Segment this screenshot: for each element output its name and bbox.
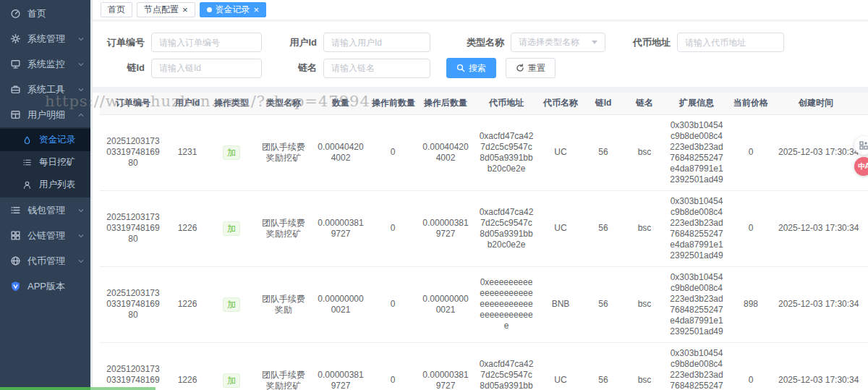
cell-quantity: 0.000003819727 — [312, 190, 369, 266]
chevron-down-icon — [77, 232, 85, 239]
table-header-cell: 代币名称 — [538, 93, 583, 114]
search-icon — [456, 64, 465, 72]
sidebar-item-chain-mgmt[interactable]: 公链管理 — [0, 223, 90, 248]
sidebar-item-user-detail[interactable]: 用户明细 — [0, 102, 90, 127]
cell-user-id: 1231 — [166, 114, 208, 190]
fund-records-table-card: 订单编号用户Id操作类型类型名称数量操作前数量操作后数量代币地址代币名称链Id链… — [93, 93, 868, 390]
sidebar-item-label: 系统监控 — [27, 58, 77, 71]
table-header-cell: 用户Id — [166, 93, 208, 114]
cell-token-name: UC — [538, 114, 583, 190]
cell-after-qty: 0.000404204002 — [417, 114, 475, 190]
cell-chain-id: 56 — [583, 190, 624, 266]
cell-token-name: UC — [538, 342, 583, 390]
cell-token-address: 0xeeeeeeeeeeeeeeeeeeeeeeeeeeeeeeeeeeeeee… — [475, 266, 538, 342]
sidebar-item-label: 系统管理 — [27, 33, 77, 46]
sidebar-item-system-mgmt[interactable]: 系统管理 — [0, 26, 90, 51]
table-header-cell: 代币地址 — [475, 93, 538, 114]
sidebar-item-daily-mining[interactable]: 每日挖矿 — [0, 151, 90, 174]
sidebar-item-user-list[interactable]: 用户列表 — [0, 174, 90, 196]
tab-home[interactable]: 首页 — [101, 2, 132, 17]
table-row[interactable]: 202512031730331974816980 1226 加 团队手续费奖励挖… — [100, 342, 868, 390]
cell-ext-info: 0x303b10454c9b8de008c4223ed3b23ad7684825… — [665, 266, 728, 342]
cell-quantity: 0.000003819727 — [312, 342, 369, 390]
table-row[interactable]: 202512031730331974816980 1226 加 团队手续费奖励挖… — [100, 190, 868, 266]
cell-created-time: 2025-12-03 17:30:34 — [774, 190, 858, 266]
table-row[interactable]: 202512031730331974816980 1226 加 团队手续费奖励 … — [100, 266, 868, 342]
op-type-badge: 加 — [223, 373, 240, 388]
table-header-cell: 操作前数量 — [369, 93, 417, 114]
cell-op-type: 加 — [208, 114, 255, 190]
cell-type-name: 团队手续费奖励 — [255, 266, 312, 342]
cell-op-type: 加 — [208, 190, 255, 266]
sidebar-item-system-monitor[interactable]: 系统监控 — [0, 51, 90, 77]
gear-icon — [10, 33, 21, 44]
chevron-up-icon — [77, 111, 85, 119]
cell-chain-name: bsc — [624, 342, 665, 390]
cell-quantity: 0.000404204002 — [312, 114, 369, 190]
cell-created-time: 2025-12-03 17:30:34 — [774, 266, 858, 342]
translate-icon: 中A — [858, 161, 868, 171]
sidebar-item-label: 公链管理 — [27, 229, 77, 242]
cell-order-no: 202512031730331974816980 — [100, 114, 166, 190]
tab-node-config[interactable]: 节点配置 — [137, 2, 195, 17]
cell-ext-info: 0x303b10454c9b8de008c4223ed3b23ad7684825… — [665, 342, 728, 390]
refresh-icon — [516, 64, 524, 72]
sidebar-item-wallet-mgmt[interactable]: 钱包管理 — [0, 198, 90, 223]
cell-order-no: 202512031730331974816980 — [100, 266, 166, 342]
chevron-down-icon — [77, 258, 85, 265]
translate-button[interactable]: 中A — [854, 157, 868, 176]
sidebar-item-app-version[interactable]: APP版本 — [0, 274, 90, 299]
cell-current-price: 0 — [728, 114, 774, 190]
op-type-badge: 加 — [223, 145, 240, 160]
cell-chain-id: 56 — [583, 114, 624, 190]
chain-name-label: 链名 — [284, 62, 317, 75]
cell-before-qty: 0 — [369, 266, 417, 342]
user-icon — [22, 179, 33, 190]
cell-before-qty: 0 — [369, 190, 417, 266]
op-type-badge: 加 — [223, 297, 240, 312]
reset-button-label: 重置 — [528, 62, 545, 75]
cell-current-price: 0 — [728, 190, 774, 266]
chain-id-input[interactable] — [151, 59, 262, 78]
chevron-down-icon — [77, 35, 85, 43]
sidebar-item-system-tools[interactable]: 系统工具 — [0, 77, 90, 102]
table-header-cell: 操作类型 — [208, 93, 255, 114]
sidebar: 首页 系统管理 系统监控 系统工具 用 — [0, 0, 90, 390]
droplet-icon — [22, 135, 33, 145]
type-name-select[interactable]: 请选择类型名称 — [511, 33, 605, 52]
sidebar-item-home[interactable]: 首页 — [0, 1, 90, 26]
chevron-down-icon — [77, 61, 85, 68]
cell-user-id: 1226 — [166, 190, 208, 266]
globe-icon — [10, 255, 21, 266]
token-addr-label: 代币地址 — [629, 36, 671, 49]
search-button[interactable]: 搜索 — [446, 58, 496, 78]
main-content: 首页 节点配置 资金记录 订单编号 用户Id — [90, 0, 868, 390]
table-header-cell: 操作后数量 — [417, 93, 475, 114]
user-id-label: 用户Id — [284, 36, 317, 49]
user-id-input[interactable] — [323, 33, 430, 52]
chain-name-input[interactable] — [323, 59, 430, 78]
token-addr-input[interactable] — [677, 33, 784, 52]
bottom-progress-bar — [0, 387, 156, 390]
cell-after-qty: 0.000000000021 — [417, 266, 475, 342]
chain-id-label: 链Id — [103, 62, 145, 75]
table-row[interactable]: 202512031730331974816980 1231 加 团队手续费奖励挖… — [100, 114, 868, 190]
cell-token-address: 0xacfd47ca427d2c5c9547c8d05a9391bbb20c0e… — [475, 114, 538, 190]
order-no-input[interactable] — [151, 33, 262, 52]
close-icon[interactable] — [182, 5, 188, 14]
table-header-cell: 扩展信息 — [665, 93, 728, 114]
sidebar-item-label: 首页 — [27, 7, 85, 20]
progress-segment-light — [90, 387, 156, 390]
cell-order-no: 202512031730331974816980 — [100, 190, 166, 266]
sidebar-item-token-mgmt[interactable]: 代币管理 — [0, 248, 90, 274]
reset-button[interactable]: 重置 — [506, 58, 556, 78]
sidebar-item-fund-records[interactable]: 资金记录 — [0, 129, 90, 151]
tab-fund-records[interactable]: 资金记录 — [200, 2, 267, 17]
list-icon — [22, 157, 33, 168]
close-icon[interactable] — [254, 5, 260, 14]
widget-grid-button[interactable] — [854, 136, 868, 155]
table-header-cell: 当前价格 — [728, 93, 774, 114]
search-form: 订单编号 用户Id 类型名称 请选择类型名称 代币地址 — [93, 20, 868, 87]
cell-token-name: UC — [538, 190, 583, 266]
cell-op-type: 加 — [208, 266, 255, 342]
